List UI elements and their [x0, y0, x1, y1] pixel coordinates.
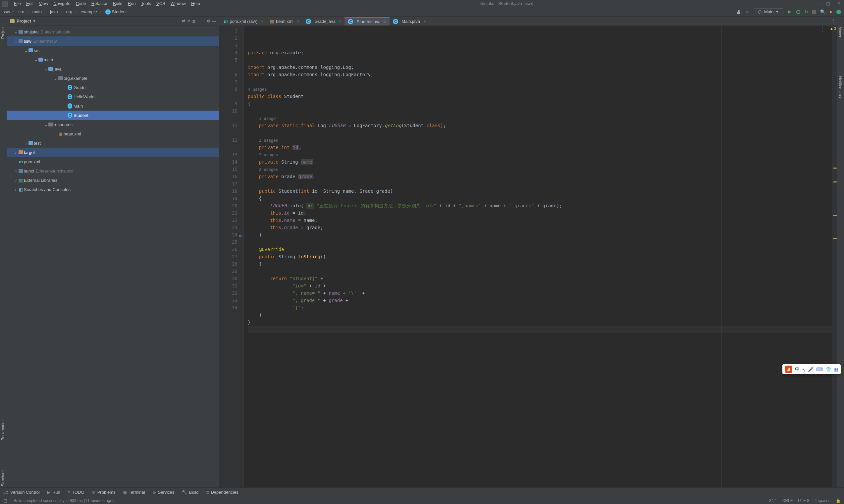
code-line[interactable]: this.grade = grade;: [248, 224, 832, 231]
usage-inlay-hint[interactable]: 2 usages: [248, 137, 832, 144]
code-line[interactable]: {: [248, 195, 832, 202]
tree-row-external-libraries[interactable]: ›▯▯▯External Libraries: [7, 176, 219, 185]
file-encoding[interactable]: UTF-8: [798, 498, 809, 503]
menu-navigate[interactable]: Navigate: [51, 0, 73, 7]
line-number[interactable]: 3: [219, 42, 244, 49]
tree-row-org-example[interactable]: ⌄org.example: [7, 73, 219, 83]
line-number[interactable]: 17: [219, 180, 244, 187]
editor-tab-grade-java[interactable]: CGrade.java×: [302, 17, 344, 25]
code-line[interactable]: {: [248, 260, 832, 268]
indent-setting[interactable]: 4 spaces: [814, 498, 830, 503]
line-number[interactable]: 8: [219, 86, 244, 93]
code-line[interactable]: public Student(int id, String name, Grad…: [248, 187, 832, 195]
tool-window-tab-todo[interactable]: ≡TODO: [68, 490, 85, 495]
tree-row-main[interactable]: ⌄main: [7, 55, 219, 64]
line-number[interactable]: 4: [219, 49, 244, 56]
hide-panel-icon[interactable]: —: [212, 19, 216, 23]
project-tree[interactable]: ⌄shujukuE:\learn\shujuku⌄sswE:\learn\ssw…: [7, 26, 219, 487]
line-number[interactable]: 27: [219, 253, 244, 260]
code-line[interactable]: import org.apache.commons.logging.Log;: [248, 64, 832, 71]
search-icon[interactable]: 🔍: [820, 9, 825, 14]
ime-language[interactable]: 中: [795, 366, 800, 372]
stop-button[interactable]: [812, 10, 816, 14]
tool-window-tab-dependencies[interactable]: ⧉Dependencies: [206, 490, 238, 495]
close-tab-icon[interactable]: ×: [339, 19, 342, 24]
tree-row-shujuku[interactable]: ⌄shujukuE:\learn\shujuku: [7, 27, 219, 36]
line-number[interactable]: 30: [219, 275, 244, 282]
close-tab-icon[interactable]: ×: [384, 19, 387, 24]
code-line[interactable]: import org.apache.commons.logging.LogFac…: [248, 71, 832, 78]
coverage-button[interactable]: ↻: [805, 9, 808, 14]
select-opened-file-icon[interactable]: ⇄: [182, 19, 185, 23]
code-line[interactable]: private int id;: [248, 144, 832, 151]
menu-vcs[interactable]: VCS: [154, 0, 168, 7]
line-number[interactable]: 18: [219, 187, 244, 195]
code-line[interactable]: '}';: [248, 304, 832, 311]
tree-row-scratches-and-consoles[interactable]: ›◧Scratches and Consoles: [7, 185, 219, 194]
tree-chevron-icon[interactable]: ⌄: [44, 122, 48, 127]
tree-row-bean-xml[interactable]: ▦bean.xml: [7, 129, 219, 139]
bookmarks-tool-tab[interactable]: Bookmarks: [1, 420, 5, 440]
tree-row-student[interactable]: CStudent: [7, 111, 219, 120]
code-line[interactable]: return "Student{" +: [248, 275, 832, 282]
code-line[interactable]: [248, 180, 832, 187]
warning-marker[interactable]: [833, 238, 837, 239]
tree-chevron-icon[interactable]: ›: [14, 168, 18, 174]
tree-row-sunxl[interactable]: ›sunxlE:\learn\sunxl\sunxl: [7, 166, 219, 176]
line-number[interactable]: 24o↑: [219, 231, 244, 238]
code-line[interactable]: {: [248, 100, 832, 107]
menu-view[interactable]: View: [36, 0, 51, 7]
avatar-icon[interactable]: [836, 9, 841, 15]
code-line[interactable]: LOGGER.info( o: "正在执行 Course 的有参构造方法，参数分…: [248, 202, 832, 209]
readonly-lock-icon[interactable]: 🔒: [836, 498, 841, 503]
code-line[interactable]: [248, 238, 832, 246]
usage-inlay-hint[interactable]: 1 usage: [248, 114, 832, 122]
line-number[interactable]: 5: [219, 56, 244, 64]
project-tool-tab[interactable]: Project: [1, 26, 5, 39]
tool-window-tab-services[interactable]: ⊚Services: [152, 490, 175, 495]
debug-button[interactable]: [796, 10, 801, 14]
tool-window-tab-version-control[interactable]: ⎇Version Control: [3, 490, 40, 495]
tree-chevron-icon[interactable]: ⌄: [14, 30, 18, 34]
ime-toolbox-icon[interactable]: ▦: [834, 366, 838, 372]
line-number[interactable]: 31: [219, 282, 244, 289]
line-number[interactable]: 34: [219, 304, 244, 311]
tree-chevron-icon[interactable]: ⌄: [44, 67, 48, 72]
tree-chevron-icon[interactable]: ›: [14, 150, 18, 155]
warning-marker[interactable]: [833, 167, 837, 168]
code-line[interactable]: public class Student: [248, 93, 832, 100]
line-number[interactable]: 13: [219, 151, 244, 158]
code-line[interactable]: [248, 326, 832, 333]
breadcrumb-item[interactable]: main: [33, 9, 42, 14]
ime-toolbar[interactable]: S 中 •, 🎤 ⌨ 👕 ▦: [783, 364, 841, 374]
code-line[interactable]: this.id = id;: [248, 209, 832, 217]
usage-inlay-hint[interactable]: 2 usages: [248, 166, 832, 173]
tree-row-main[interactable]: CMain: [7, 101, 219, 111]
structure-tool-tab[interactable]: Structure: [1, 470, 5, 486]
line-number[interactable]: 2: [219, 34, 244, 42]
tree-row-grade[interactable]: CGrade: [7, 83, 219, 92]
line-number[interactable]: 6: [219, 71, 244, 78]
tool-window-tab-run[interactable]: ▶Run: [47, 490, 60, 495]
line-number[interactable]: 7: [219, 78, 244, 86]
editor-tab-bean-xml[interactable]: ▦bean.xml×: [267, 17, 302, 25]
line-number[interactable]: 20: [219, 202, 244, 209]
tree-row-ssw[interactable]: ⌄sswE:\learn\ssw: [7, 36, 219, 46]
code-line[interactable]: ", grade=" + grade +: [248, 297, 832, 304]
menu-tools[interactable]: Tools: [139, 0, 154, 7]
tree-row-helloworld[interactable]: CHelloWorld: [7, 92, 219, 101]
code-line[interactable]: public String toString(): [248, 253, 832, 260]
menu-edit[interactable]: Edit: [23, 0, 36, 7]
code-line[interactable]: [248, 56, 832, 64]
line-number[interactable]: 12: [219, 137, 244, 144]
code-line[interactable]: [248, 129, 832, 137]
line-number[interactable]: 21: [219, 209, 244, 217]
tree-chevron-icon[interactable]: ⌄: [34, 57, 38, 62]
close-tab-icon[interactable]: ×: [423, 19, 426, 24]
code-line[interactable]: private Grade grade;: [248, 173, 832, 180]
breadcrumb-item[interactable]: org: [66, 9, 73, 14]
breadcrumb-item[interactable]: CStudent: [105, 9, 127, 15]
code-line[interactable]: private static final Log LOGGER = LogFac…: [248, 122, 832, 129]
user-icon[interactable]: [736, 9, 741, 15]
tool-window-tab-terminal[interactable]: ▣Terminal: [123, 490, 145, 495]
